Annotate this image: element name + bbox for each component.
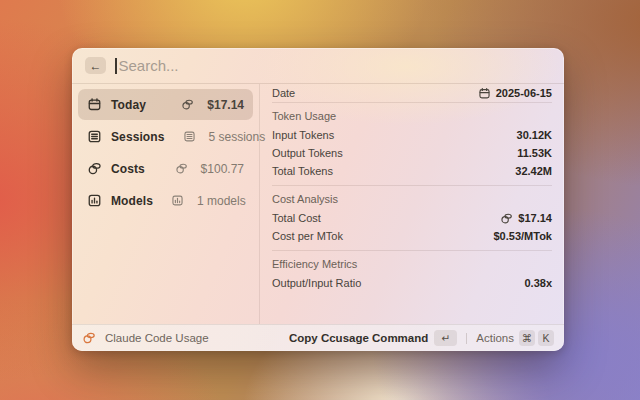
sidebar-item-today[interactable]: Today $17.14 [78, 89, 253, 120]
actions-menu-button[interactable]: Actions ⌘ K [476, 330, 554, 346]
k-key: K [538, 330, 554, 346]
desktop-wallpaper: ← Today $17.14 Sessions 5 sessions Costs… [0, 0, 640, 400]
section-header: Cost Analysis [272, 188, 552, 209]
detail-group: Efficiency Metrics Output/Input Ratio 0.… [272, 253, 552, 297]
sidebar-item-accessory: 1 models [197, 194, 246, 208]
results-sidebar: Today $17.14 Sessions 5 sessions Costs $… [72, 84, 260, 324]
calendar-icon [87, 97, 102, 112]
metric-label: Date [272, 87, 295, 99]
sidebar-item-accessory: $100.77 [201, 162, 244, 176]
metric-value: 30.12K [517, 129, 552, 141]
calendar-icon [478, 87, 491, 100]
ccusage-app-icon [82, 331, 96, 345]
metric-row: Total Tokens 32.42M [272, 162, 552, 180]
section-divider [272, 185, 552, 186]
metric-label: Total Tokens [272, 165, 333, 177]
sidebar-item-accessory: 5 sessions [209, 130, 266, 144]
section-header: Token Usage [272, 105, 552, 126]
window-body: Today $17.14 Sessions 5 sessions Costs $… [72, 84, 564, 324]
coins-icon [175, 162, 188, 175]
coins-icon [181, 98, 194, 111]
sidebar-item-label: Costs [111, 162, 145, 176]
models-icon [87, 193, 102, 208]
models-icon [171, 194, 184, 207]
search-input[interactable] [117, 57, 552, 74]
sidebar-item-label: Sessions [111, 130, 165, 144]
metric-row: Cost per MTok $0.53/MTok [272, 227, 552, 245]
back-arrow-icon: ← [90, 59, 102, 73]
search-header: ← [72, 48, 564, 84]
primary-action-label: Copy Ccusage Command [289, 332, 428, 344]
sidebar-item-models[interactable]: Models 1 models [78, 185, 253, 216]
metric-label: Total Cost [272, 212, 321, 224]
metric-value: $17.14 [500, 212, 552, 225]
sessions-icon [183, 130, 196, 143]
sessions-icon [87, 129, 102, 144]
coins-icon [500, 212, 513, 225]
detail-group: Cost Analysis Total Cost $17.14 Cost per… [272, 188, 552, 250]
section-divider [272, 102, 552, 103]
metric-label: Output Tokens [272, 147, 343, 159]
metric-value: $0.53/MTok [494, 230, 553, 242]
metric-row: Input Tokens 30.12K [272, 126, 552, 144]
sidebar-item-label: Models [111, 194, 153, 208]
sidebar-item-label: Today [111, 98, 146, 112]
app-name: Claude Code Usage [105, 332, 209, 344]
enter-key-icon: ↵ [434, 330, 457, 346]
metric-value: 2025-06-15 [478, 87, 552, 100]
metric-row: Output/Input Ratio 0.38x [272, 274, 552, 292]
sidebar-item-accessory: $17.14 [207, 98, 244, 112]
raycast-window: ← Today $17.14 Sessions 5 sessions Costs… [72, 48, 564, 351]
metric-label: Input Tokens [272, 129, 334, 141]
sidebar-item-costs[interactable]: Costs $100.77 [78, 153, 253, 184]
actions-shortcut: ⌘ K [519, 330, 554, 346]
detail-panel: Date 2025-06-15 Token Usage Input Tokens… [260, 84, 564, 324]
metric-label: Cost per MTok [272, 230, 343, 242]
section-header: Efficiency Metrics [272, 253, 552, 274]
metric-value: 0.38x [524, 277, 552, 289]
section-divider [272, 250, 552, 251]
metric-value: 32.42M [515, 165, 552, 177]
search-field [115, 57, 551, 74]
metric-row: Total Cost $17.14 [272, 209, 552, 227]
metric-label: Output/Input Ratio [272, 277, 361, 289]
copy-ccusage-command-action[interactable]: Copy Ccusage Command ↵ [289, 330, 457, 346]
footer-bar: Claude Code Usage Copy Ccusage Command ↵… [72, 324, 564, 351]
footer-divider [466, 333, 467, 344]
detail-group: Token Usage Input Tokens 30.12K Output T… [272, 105, 552, 185]
back-button[interactable]: ← [85, 57, 106, 74]
command-key-icon: ⌘ [519, 330, 535, 346]
metric-row: Date 2025-06-15 [272, 84, 552, 102]
coins-icon [87, 161, 102, 176]
metric-row: Output Tokens 11.53K [272, 144, 552, 162]
actions-label: Actions [476, 332, 514, 344]
metric-value: 11.53K [517, 147, 552, 159]
sidebar-item-sessions[interactable]: Sessions 5 sessions [78, 121, 253, 152]
